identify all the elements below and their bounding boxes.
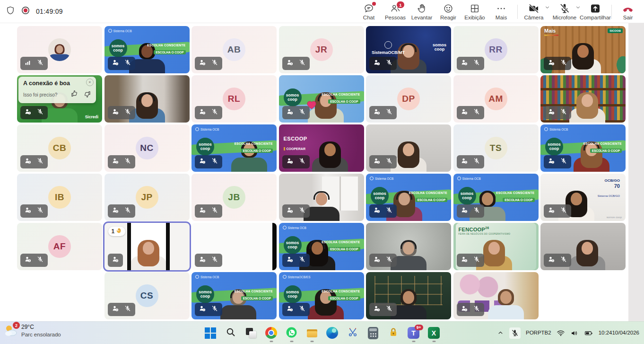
toolbar-button-leave[interactable]: Sair (615, 1, 641, 21)
participant-tile[interactable] (366, 272, 451, 319)
slogan-line-2: ESCOLHA O COOP (590, 149, 622, 153)
participant-tile[interactable]: OCB/GO70Sistema OCB/GOsomos coop (540, 174, 626, 221)
participant-tile[interactable]: JR (279, 26, 364, 73)
participant-tile[interactable]: AB (191, 26, 277, 73)
tray-date: 10/04/2026 (612, 329, 639, 337)
toolbar-separator (611, 5, 612, 19)
participant-tile[interactable]: somoscoopESCOLHA CONSCIENTEESCOLHA O COO… (104, 26, 190, 73)
participant-tile[interactable]: CS (104, 272, 190, 319)
toolbar-button-chat[interactable]: Chat (356, 1, 382, 21)
participant-tile[interactable]: somoscoopESCOLHA CONSCIENTEESCOLHA O COO… (191, 124, 277, 172)
participant-tile[interactable]: somoscoopESCOLHA CONSCIENTEESCOLHA O COO… (279, 75, 364, 123)
toolbar-button-label: Exibição (464, 15, 485, 20)
tray-clock[interactable]: 10:2410/04/2026 (599, 329, 639, 337)
toast-title: A conexão é boa (23, 80, 91, 87)
coop-slogan: ESCOLHA CONSCIENTEESCOLHA O COOP (322, 93, 360, 105)
participant-tile[interactable]: DP (366, 75, 451, 123)
coop-logo-line: coop (113, 48, 122, 53)
taskbar-app-calculator[interactable] (367, 327, 379, 339)
participant-tile[interactable]: MaisSICOOB (540, 26, 626, 73)
toolbar-button-exibicao[interactable]: Exibição (461, 1, 488, 21)
taskbar-app-search[interactable] (225, 327, 237, 339)
participant-tile[interactable] (104, 75, 190, 123)
mic-off-small-icon (211, 108, 218, 117)
toolbar-button-share[interactable]: Compartilhar (582, 1, 609, 21)
participant-tile[interactable]: IB (17, 174, 102, 221)
participant-icon (112, 305, 119, 314)
taskbar-app-task-view[interactable] (245, 327, 257, 339)
toolbar-button-levantar[interactable]: Levantar (409, 1, 435, 21)
taskbar-app-teams[interactable]: T9+ (408, 327, 420, 339)
participant-tile[interactable]: NC (104, 124, 190, 172)
participant-tile[interactable]: somoscoopESCOLHA CONSCIENTEESCOLHA O COO… (191, 272, 277, 319)
participant-tile[interactable] (191, 223, 277, 270)
slogan-line-2: ESCOLHA O COOP (154, 50, 185, 54)
participant-tile[interactable]: JB (191, 174, 277, 221)
participant-tile[interactable]: somoscoopESCOLHA CONSCIENTEESCOLHA O COO… (366, 174, 451, 221)
participant-tile[interactable]: 1 (104, 223, 190, 270)
participant-tile[interactable]: somoscoopESCOLHA CONSCIENTEESCOLHA O COO… (453, 174, 539, 221)
taskbar-app-start[interactable] (204, 327, 217, 339)
participant-tile[interactable]: AM (453, 75, 539, 123)
participant-tile[interactable]: somoscoopESCOLHA CONSCIENTEESCOLHA O COO… (279, 272, 364, 319)
escoop-cooperar: COOPERAR (284, 147, 307, 150)
tray-language-indicator[interactable]: PORPTB2 (526, 329, 551, 336)
mic-off-small-icon (473, 256, 480, 265)
participant-icon (25, 207, 31, 215)
participant-tile[interactable]: CB (17, 124, 102, 172)
face (324, 143, 336, 156)
taskbar-app-excel[interactable]: X (428, 327, 440, 339)
chrome-icon (265, 327, 277, 339)
taskbar-app-explorer[interactable] (306, 327, 318, 339)
participant-tile[interactable]: RL (191, 75, 277, 123)
toolbar-button-reagir[interactable]: Reagir (435, 1, 461, 21)
toolbar-button-pessoas[interactable]: 1Pessoas (382, 1, 409, 21)
participant-tile[interactable]: FENCOOP26FEIRA DE NEGÓCIOS DO COOPERATIV… (453, 223, 539, 270)
meeting-status: 01:49:09 (6, 0, 63, 23)
participant-tile[interactable] (453, 272, 539, 319)
thumbs-up-icon[interactable] (70, 90, 78, 100)
tray-mic-muted-icon[interactable] (509, 327, 521, 339)
participant-status-pill (369, 155, 397, 168)
participant-icon (461, 108, 468, 117)
participant-tile[interactable] (17, 26, 102, 73)
taskbar-app-snipping[interactable] (347, 327, 359, 339)
participant-tile[interactable]: AF (17, 223, 102, 270)
participant-icon (199, 158, 206, 166)
wifi-icon[interactable] (557, 329, 565, 337)
participant-tile[interactable] (366, 124, 451, 172)
battery-icon[interactable] (584, 329, 593, 337)
participant-tile[interactable] (540, 75, 626, 123)
participant-tile[interactable]: TS (453, 124, 539, 172)
participant-tile[interactable]: somoscoopESCOLHA CONSCIENTEESCOLHA O COO… (279, 223, 364, 270)
participant-tile[interactable]: JP (104, 174, 190, 221)
raised-hand-badge-icon (116, 228, 122, 235)
system-tray: PORPTB210:2410/04/2026 (497, 322, 639, 344)
participant-icon (374, 256, 380, 265)
taskbar-app-chrome[interactable] (265, 327, 278, 339)
speaker-icon[interactable] (570, 329, 579, 337)
somos-coop-logo: somoscoop (284, 285, 302, 303)
taskbar-app-edge[interactable] (326, 327, 339, 339)
thumbs-down-icon[interactable] (83, 90, 91, 100)
participant-tile[interactable]: somoscoopESCOLHA CONSCIENTEESCOLHA O COO… (540, 124, 626, 172)
participant-tile[interactable] (540, 223, 626, 270)
toolbar-button-microphone[interactable]: Microfone (551, 1, 578, 21)
participant-tile[interactable]: SicrediA conexão é boaIsso foi preciso?✕ (17, 75, 102, 123)
participant-tile[interactable] (366, 223, 451, 270)
participant-initials-avatar: CB (48, 137, 71, 159)
participant-tile[interactable] (279, 174, 364, 221)
taskbar-app-keeper[interactable] (387, 327, 400, 339)
ocbgo-logo: OCB/GO70 (605, 178, 620, 189)
participant-initials-avatar: DP (397, 88, 420, 110)
close-icon[interactable]: ✕ (86, 79, 94, 86)
taskbar-app-whatsapp[interactable] (286, 327, 298, 339)
participant-tile[interactable]: ESCOOPCOOPERAR (279, 124, 364, 172)
participant-tile[interactable]: RR (453, 26, 539, 73)
toolbar-button-mais[interactable]: Mais (488, 1, 514, 21)
toolbar-button-camera[interactable]: Câmera (521, 1, 547, 21)
participant-initials-avatar: IB (48, 186, 71, 209)
participant-tile[interactable]: SistemaOCB/MTsomoscoop (366, 26, 451, 73)
participant-initials-avatar: AM (485, 88, 507, 110)
chevron-up-icon[interactable] (497, 329, 504, 336)
